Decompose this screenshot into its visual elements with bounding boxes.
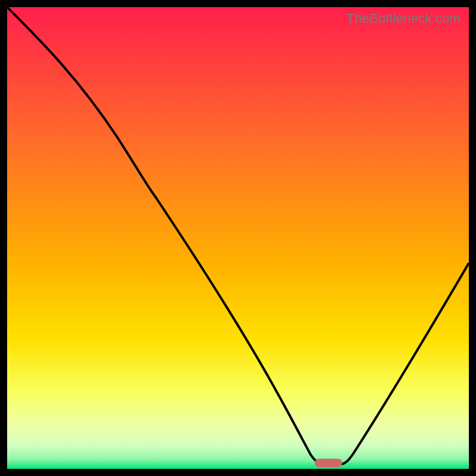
optimum-marker (315, 459, 342, 467)
gradient-background (7, 7, 469, 469)
plot-container: TheBottleneck.com (7, 7, 469, 469)
bottleneck-chart (7, 7, 469, 469)
chart-frame: TheBottleneck.com (0, 0, 476, 476)
